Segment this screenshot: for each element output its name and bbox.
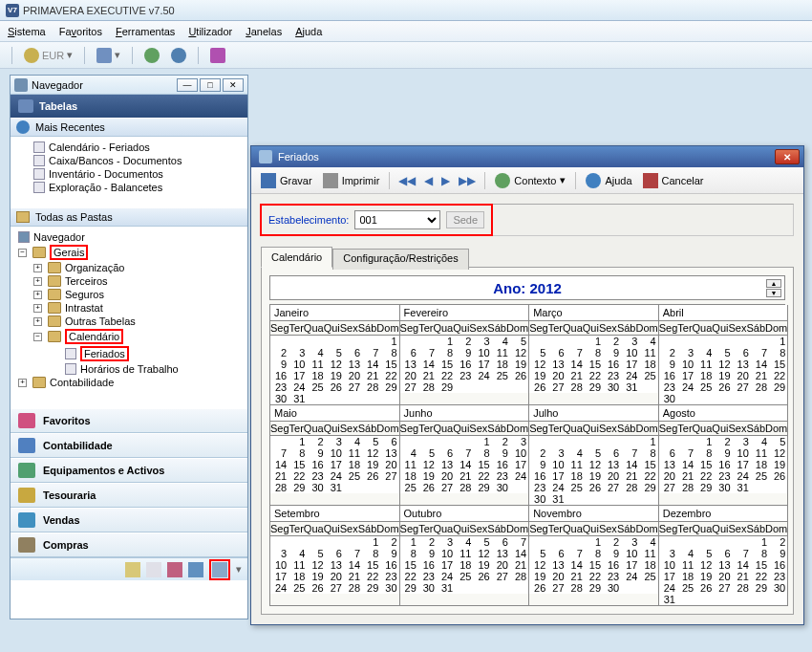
day-cell[interactable]: 26 — [326, 381, 344, 393]
day-cell[interactable]: 18 — [307, 370, 325, 381]
day-cell[interactable]: 24 — [733, 470, 751, 482]
day-cell[interactable]: 20 — [380, 459, 398, 470]
menu-utilizador[interactable]: Utilizador — [188, 26, 232, 37]
day-cell[interactable]: 8 — [695, 447, 714, 459]
day-cell[interactable]: 26 — [307, 582, 325, 594]
day-cell[interactable]: 31 — [733, 482, 751, 493]
bottom-icon-2[interactable] — [146, 562, 161, 577]
month-cell[interactable]: NovembroSegTerQuaQuiSexSábDom12345678910… — [529, 506, 659, 606]
day-cell[interactable]: 11 — [695, 359, 714, 370]
day-cell[interactable]: 23 — [529, 482, 547, 493]
day-cell[interactable]: 23 — [603, 571, 621, 582]
day-cell[interactable]: 5 — [307, 548, 325, 559]
day-cell[interactable]: 30 — [307, 482, 325, 493]
day-cell[interactable]: 28 — [566, 582, 585, 594]
day-cell[interactable]: 29 — [751, 582, 769, 594]
day-cell[interactable]: 21 — [455, 470, 473, 482]
day-cell[interactable]: 25 — [492, 370, 510, 381]
day-cell[interactable]: 20 — [603, 470, 621, 482]
day-cell[interactable]: 4 — [639, 536, 657, 548]
more-icon[interactable]: ▾ — [236, 563, 242, 576]
day-cell[interactable]: 7 — [510, 536, 528, 548]
day-cell[interactable]: 26 — [585, 482, 603, 493]
day-cell[interactable]: 6 — [547, 548, 566, 559]
day-cell[interactable]: 26 — [418, 482, 437, 493]
day-cell[interactable]: 9 — [659, 359, 677, 370]
day-cell[interactable]: 14 — [566, 359, 585, 370]
month-cell[interactable]: FevereiroSegTerQuaQuiSexSábDom1234567891… — [400, 305, 530, 405]
day-cell[interactable]: 14 — [455, 459, 473, 470]
day-cell[interactable]: 2 — [492, 436, 510, 447]
day-cell[interactable]: 3 — [621, 536, 639, 548]
day-cell[interactable]: 8 — [380, 347, 398, 359]
day-cell[interactable]: 27 — [603, 482, 621, 493]
day-cell[interactable]: 24 — [621, 370, 639, 381]
day-cell[interactable]: 25 — [639, 370, 657, 381]
tab-configuracao[interactable]: Configuração/Restrições — [332, 249, 468, 270]
tree-item[interactable]: +Intrastat — [14, 301, 244, 315]
day-cell[interactable]: 4 — [307, 347, 325, 359]
bottom-icon-1[interactable] — [125, 562, 140, 577]
day-cell[interactable]: 2 — [529, 447, 547, 459]
day-cell[interactable]: 21 — [418, 370, 437, 381]
day-cell[interactable]: 14 — [677, 459, 695, 470]
day-cell[interactable]: 18 — [400, 470, 418, 482]
recent-item[interactable]: Inventário - Documentos — [14, 167, 244, 181]
day-cell[interactable]: 25 — [455, 571, 473, 582]
month-cell[interactable]: AgostoSegTerQuaQuiSexSábDom1234567891011… — [659, 405, 789, 506]
recent-item[interactable]: Caixa/Bancos - Documentos — [14, 154, 244, 167]
day-cell[interactable]: 7 — [362, 347, 380, 359]
day-cell[interactable]: 17 — [547, 470, 566, 482]
day-cell[interactable]: 18 — [344, 459, 362, 470]
day-cell[interactable]: 10 — [437, 548, 455, 559]
day-cell[interactable]: 16 — [307, 459, 325, 470]
day-cell[interactable]: 28 — [733, 582, 751, 594]
day-cell[interactable]: 31 — [547, 493, 566, 505]
day-cell[interactable]: 3 — [547, 447, 566, 459]
day-cell[interactable]: 5 — [510, 336, 528, 347]
dialog-titlebar[interactable]: Feriados ✕ — [251, 146, 803, 167]
day-cell[interactable]: 22 — [288, 470, 307, 482]
day-cell[interactable]: 27 — [492, 571, 510, 582]
day-cell[interactable]: 23 — [380, 571, 398, 582]
day-cell[interactable]: 29 — [695, 482, 714, 493]
day-cell[interactable]: 8 — [362, 548, 380, 559]
day-cell[interactable]: 15 — [437, 359, 455, 370]
day-cell[interactable]: 5 — [362, 436, 380, 447]
month-cell[interactable]: OutubroSegTerQuaQuiSexSábDom123456789101… — [400, 506, 530, 606]
day-cell[interactable]: 13 — [437, 459, 455, 470]
day-cell[interactable]: 12 — [529, 359, 547, 370]
day-cell[interactable]: 17 — [621, 559, 639, 571]
day-cell[interactable]: 6 — [659, 447, 677, 459]
day-cell[interactable]: 26 — [529, 582, 547, 594]
day-cell[interactable]: 28 — [510, 571, 528, 582]
day-cell[interactable]: 23 — [603, 370, 621, 381]
day-cell[interactable]: 12 — [418, 459, 437, 470]
day-cell[interactable]: 4 — [677, 548, 695, 559]
day-cell[interactable]: 22 — [437, 370, 455, 381]
day-cell[interactable]: 17 — [437, 559, 455, 571]
day-cell[interactable]: 16 — [603, 359, 621, 370]
day-cell[interactable]: 27 — [733, 381, 751, 393]
day-cell[interactable]: 9 — [418, 548, 437, 559]
day-cell[interactable]: 20 — [326, 571, 344, 582]
day-cell[interactable]: 21 — [510, 559, 528, 571]
month-cell[interactable]: DezembroSegTerQuaQuiSexSábDom12345678910… — [659, 506, 789, 606]
day-cell[interactable]: 9 — [603, 548, 621, 559]
toolbar-btn-2[interactable] — [140, 46, 163, 65]
day-cell[interactable]: 8 — [400, 548, 418, 559]
toolbar-btn-1[interactable]: ▾ — [93, 46, 124, 65]
day-cell[interactable]: 29 — [362, 582, 380, 594]
day-cell[interactable]: 24 — [659, 582, 677, 594]
day-cell[interactable]: 15 — [380, 359, 398, 370]
day-cell[interactable]: 29 — [380, 381, 398, 393]
contexto-dropdown[interactable]: Contexto▾ — [491, 171, 569, 190]
day-cell[interactable]: 6 — [437, 447, 455, 459]
day-cell[interactable]: 21 — [677, 470, 695, 482]
day-cell[interactable]: 17 — [288, 370, 307, 381]
tree-item[interactable]: +Outras Tabelas — [14, 315, 244, 328]
day-cell[interactable]: 29 — [585, 582, 603, 594]
day-cell[interactable]: 18 — [695, 370, 714, 381]
day-cell[interactable]: 14 — [510, 548, 528, 559]
day-cell[interactable]: 27 — [547, 582, 566, 594]
